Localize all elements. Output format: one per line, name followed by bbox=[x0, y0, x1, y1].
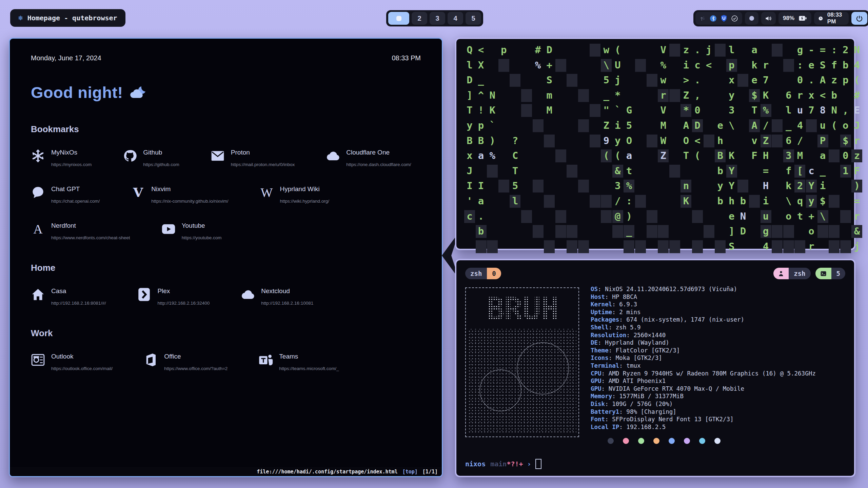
matrix-glyph: l bbox=[509, 194, 521, 209]
matrix-glyph: a bbox=[817, 148, 829, 163]
matrix-glyph: % bbox=[657, 58, 669, 73]
startpage-date: Monday, June 17, 2024 bbox=[31, 54, 101, 62]
bookmark-grid: Casahttp://192.168.2.16:8081/#/Plexhttp:… bbox=[31, 287, 421, 306]
volume-widget[interactable] bbox=[761, 12, 776, 25]
matrix-glyph: S bbox=[544, 73, 555, 88]
matrix-glyph: 2 bbox=[840, 42, 851, 58]
bookmark-item[interactable]: VNixvimhttps://nix-community.github.io/n… bbox=[131, 185, 228, 204]
power-button[interactable] bbox=[851, 12, 867, 25]
matrix-trail-block bbox=[647, 74, 657, 87]
workspace-button-4[interactable]: 4 bbox=[448, 12, 463, 25]
github-icon bbox=[123, 149, 137, 163]
matrix-glyph: \ bbox=[817, 209, 829, 224]
qutebrowser-statusbar: file:///home/hadi/.config/startpage/inde… bbox=[10, 467, 442, 476]
workspace-button-5[interactable]: 5 bbox=[466, 12, 481, 25]
tmux-user-indicator: zsh bbox=[773, 268, 810, 279]
terminal-cursor[interactable] bbox=[535, 459, 541, 469]
matrix-trail-block bbox=[647, 135, 657, 147]
night-cloud-icon bbox=[129, 86, 147, 99]
matrix-glyph: = bbox=[817, 42, 829, 58]
bookmark-text: Officehttps://www.office.com/?auth=2 bbox=[164, 353, 228, 371]
matrix-trail-block bbox=[521, 210, 532, 223]
bookmark-text: MyNixOshttps://mynixos.com bbox=[51, 149, 92, 167]
bookmark-item[interactable]: Chat GPThttps://chat.openai.com/ bbox=[31, 185, 100, 204]
battery-widget[interactable]: 98% bbox=[778, 12, 811, 25]
matrix-glyph: e bbox=[749, 73, 760, 88]
clock-widget[interactable]: 08:33 PM bbox=[814, 12, 848, 25]
matrix-glyph: i bbox=[612, 118, 624, 133]
tmux-session-count: 5 bbox=[815, 268, 845, 279]
bookmark-item[interactable]: Protonhttps://mail.proton.me/u/0/inbox bbox=[211, 149, 295, 167]
bookmark-item[interactable]: Casahttp://192.168.2.16:8081/#/ bbox=[31, 287, 106, 306]
matrix-glyph: j bbox=[703, 42, 715, 58]
clock-time: 08:33 PM bbox=[827, 12, 844, 25]
bookmark-item[interactable]: Officehttps://www.office.com/?auth=2 bbox=[144, 353, 228, 371]
matrix-glyph: y bbox=[612, 133, 624, 148]
matrix-trail-block bbox=[521, 104, 532, 117]
matrix-glyph: + bbox=[806, 209, 817, 224]
terminal-icon bbox=[815, 268, 831, 279]
matrix-glyph: D bbox=[544, 42, 555, 58]
greeting-text: Good night! bbox=[31, 83, 123, 102]
bookmark-item[interactable]: Outlookhttps://outlook.office.com/mail/ bbox=[31, 353, 113, 371]
bookmark-item[interactable]: Teamshttps://teams.microsoft.com/_ bbox=[259, 353, 339, 371]
bookmark-item[interactable]: Githubhttps://github.com bbox=[123, 149, 179, 167]
tray-idle-indicator[interactable] bbox=[745, 12, 758, 25]
shell-prompt[interactable]: nixos main *?!+ › bbox=[465, 459, 541, 469]
matrix-glyph: ) bbox=[487, 133, 498, 148]
matrix-trail-block bbox=[521, 89, 532, 102]
bookmark-item[interactable]: Cloudflare Onehttps://one.dash.cloudflar… bbox=[326, 149, 411, 167]
matrix-glyph: E bbox=[851, 103, 863, 118]
matrix-glyph: ( bbox=[612, 42, 624, 58]
workspace-button-active[interactable] bbox=[388, 12, 409, 25]
matrix-trail-block bbox=[590, 104, 600, 117]
matrix-glyph: \ bbox=[600, 58, 612, 73]
matrix-glyph: j bbox=[612, 73, 624, 88]
bookmark-item[interactable]: MyNixOshttps://mynixos.com bbox=[31, 149, 92, 167]
person-icon bbox=[773, 268, 789, 279]
fetch-line: Uptime: 2 mins bbox=[591, 308, 816, 316]
matrix-glyph: r bbox=[851, 133, 863, 148]
matrix-glyph: ? bbox=[509, 133, 521, 148]
youtube-icon bbox=[161, 222, 176, 236]
matrix-glyph: 4 bbox=[760, 239, 772, 254]
matrix-trail-block bbox=[772, 240, 783, 253]
fetch-line: DE: Hyprland (Wayland) bbox=[591, 339, 816, 347]
tray-indicator-group[interactable] bbox=[695, 12, 742, 25]
matrix-glyph: " bbox=[600, 103, 612, 118]
matrix-trail-block bbox=[794, 240, 805, 253]
bookmark-title: Plex bbox=[157, 287, 210, 295]
matrix-glyph: H bbox=[760, 178, 772, 194]
matrix-glyph: u bbox=[794, 103, 806, 118]
window-title-widget[interactable]: ❄ Homepage - qutebrowser bbox=[10, 9, 125, 27]
fetch-line: Theme: FlatColor [GTK2/3] bbox=[591, 347, 816, 354]
matrix-glyph: G bbox=[623, 103, 635, 118]
bookmark-text: Nixvimhttps://nix-community.github.io/ni… bbox=[151, 185, 228, 204]
house-icon bbox=[31, 287, 45, 302]
workspace-button-3[interactable]: 3 bbox=[430, 12, 445, 25]
bookmark-item[interactable]: ANerdfonthttps://www.nerdfonts.com/cheat… bbox=[31, 222, 130, 240]
bookmark-item[interactable]: Youtubehttps://youtube.com bbox=[161, 222, 222, 240]
workspace-button-2[interactable]: 2 bbox=[412, 12, 427, 25]
matrix-trail-block bbox=[635, 59, 646, 72]
bookmark-url: https://outlook.office.com/mail/ bbox=[51, 366, 113, 371]
matrix-glyph: a bbox=[623, 148, 635, 163]
matrix-trail-block bbox=[498, 180, 509, 192]
matrix-glyph: b bbox=[840, 58, 851, 73]
cmatrix-terminal-window: QlD]TyBxJI'c<X_^!pBaIa.bNK`)%p?CT5l#%D+S… bbox=[455, 38, 855, 250]
bookmark-item[interactable]: WHyprland Wikihttps://wiki.hyprland.org/ bbox=[259, 185, 329, 204]
matrix-glyph: y bbox=[464, 118, 475, 133]
bookmark-sections: BookmarksMyNixOshttps://mynixos.comGithu… bbox=[31, 124, 421, 371]
matrix-trail-block bbox=[772, 119, 783, 132]
ascii-face-large bbox=[517, 342, 569, 394]
matrix-glyph: 4 bbox=[851, 58, 863, 73]
matrix-trail-block bbox=[840, 210, 851, 223]
power-icon bbox=[856, 15, 863, 22]
fastfetch-ascii-art: BRUH bbox=[465, 287, 579, 437]
cloud-icon bbox=[241, 287, 255, 302]
matrix-glyph: B bbox=[464, 133, 475, 148]
bookmark-item[interactable]: Nextcloudhttp://192.168.2.16:10081 bbox=[241, 287, 313, 306]
matrix-glyph: $ bbox=[749, 88, 760, 103]
matrix-glyph: w bbox=[600, 42, 612, 58]
bookmark-item[interactable]: Plexhttp://192.168.2.16:32400 bbox=[137, 287, 210, 306]
